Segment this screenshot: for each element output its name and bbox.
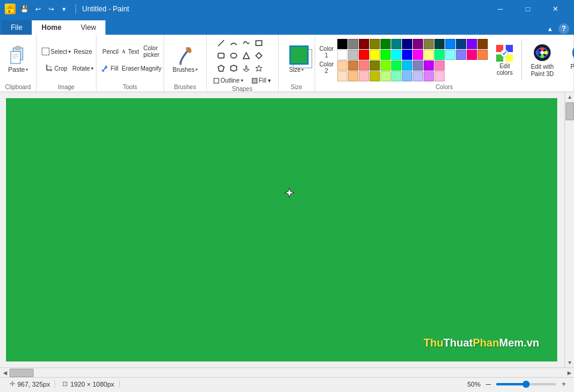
edit-paint3d-button[interactable]: Edit with Paint 3D	[524, 39, 560, 80]
shape-star[interactable]	[253, 62, 265, 74]
redo-quick-btn[interactable]: ↪	[46, 4, 56, 14]
tab-view[interactable]: View	[71, 20, 106, 35]
canvas-wrapper[interactable]: ThuThuatPhanMem.vn	[0, 92, 564, 367]
scroll-left-button[interactable]: ◀	[0, 368, 10, 378]
scroll-down-button[interactable]: ▼	[565, 358, 574, 367]
swatch-lightcyan[interactable]	[445, 50, 455, 60]
paste-button[interactable]: Paste ▾	[4, 44, 32, 75]
maximize-button[interactable]: □	[514, 0, 542, 18]
swatch-red[interactable]	[359, 50, 369, 60]
minimize-button[interactable]: ─	[487, 0, 514, 18]
swatch-lightblue[interactable]	[402, 71, 412, 81]
magnify-button[interactable]: Magnify	[141, 60, 160, 76]
scroll-thumb-h[interactable]	[10, 369, 34, 377]
fill-dropdown-button[interactable]: Fill ▾	[249, 77, 274, 84]
brushes-button[interactable]: Brushes ▾	[168, 45, 203, 75]
select-button[interactable]: Select ▾	[41, 44, 72, 59]
scroll-up-button[interactable]: ▲	[565, 92, 574, 102]
swatch-teal[interactable]	[391, 39, 401, 49]
crop-button[interactable]: Crop	[41, 60, 72, 76]
swatch-cream[interactable]	[337, 71, 348, 81]
swatch-darkyellow2[interactable]	[370, 71, 380, 81]
swatch-gray[interactable]	[348, 39, 358, 49]
swatch-cyan[interactable]	[391, 50, 401, 60]
swatch-aquamarine[interactable]	[391, 71, 401, 81]
swatch-mint[interactable]	[391, 60, 401, 71]
rotate-button[interactable]: Rotate ▾	[73, 60, 92, 76]
swatch-plum[interactable]	[424, 71, 434, 81]
swatch-magenta[interactable]	[413, 50, 423, 60]
color1-swatch[interactable]	[289, 45, 309, 65]
swatch-purple[interactable]	[413, 39, 423, 49]
swatch-darkgreen[interactable]	[380, 39, 391, 49]
swatch-goldenrod[interactable]	[348, 71, 358, 81]
shape-rect2[interactable]	[215, 50, 227, 62]
swatch-tan[interactable]	[348, 60, 358, 71]
undo-quick-btn[interactable]: ↩	[32, 4, 43, 14]
color-picker-button[interactable]: Color picker	[141, 44, 160, 59]
swatch-lavender[interactable]	[413, 71, 423, 81]
swatch-cornflower[interactable]	[402, 60, 412, 71]
customize-quick-btn[interactable]: ▾	[59, 4, 70, 14]
swatch-navy[interactable]	[402, 39, 412, 49]
outline-button[interactable]: Outline ▾	[211, 77, 246, 84]
swatch-periwinkle[interactable]	[456, 50, 466, 60]
swatch-brown[interactable]	[478, 39, 488, 49]
swatch-yellow[interactable]	[370, 50, 380, 60]
shape-curvedline[interactable]	[228, 37, 240, 49]
zoom-slider[interactable]	[496, 383, 556, 385]
shape-diagonal[interactable]	[215, 37, 227, 49]
swatch-lightlime[interactable]	[380, 71, 391, 81]
shape-freeform[interactable]	[240, 37, 252, 49]
shape-pentagon[interactable]	[215, 62, 227, 74]
pencil-button[interactable]: Pencil	[100, 44, 119, 59]
swatch-peach[interactable]	[337, 60, 348, 71]
resize-button[interactable]: Resize	[73, 44, 92, 59]
save-quick-btn[interactable]: 💾	[19, 4, 30, 14]
swatch-springgreen[interactable]	[434, 50, 445, 60]
shape-diamond[interactable]	[253, 50, 265, 62]
swatch-salmon[interactable]	[359, 60, 369, 71]
scroll-thumb-v[interactable]	[566, 102, 574, 120]
swatch-skyblue[interactable]	[445, 39, 455, 49]
zoom-in-button[interactable]: +	[558, 379, 569, 390]
product-alert-button[interactable]: i Product alert	[563, 39, 574, 80]
swatch-orchid[interactable]	[424, 60, 434, 71]
swatch-lightyellow[interactable]	[424, 50, 434, 60]
swatch-darkolive[interactable]	[370, 60, 380, 71]
fill-button[interactable]: Fill	[100, 60, 119, 76]
swatch-hotpink[interactable]	[467, 50, 477, 60]
shape-hex[interactable]	[228, 62, 240, 74]
swatch-white[interactable]	[337, 50, 348, 60]
swatch-slate[interactable]	[413, 60, 423, 71]
shape-triangle[interactable]	[240, 50, 252, 62]
swatch-blue[interactable]	[402, 50, 412, 60]
scroll-track-v[interactable]	[565, 102, 574, 358]
help-button[interactable]: ?	[558, 23, 569, 34]
zoom-slider-thumb[interactable]	[522, 381, 530, 388]
close-button[interactable]: ✕	[542, 0, 569, 18]
swatch-orange[interactable]	[478, 50, 488, 60]
swatch-olive[interactable]	[370, 39, 380, 49]
swatch-darkred[interactable]	[359, 39, 369, 49]
swatch-lime[interactable]	[380, 50, 391, 60]
eraser-button[interactable]: Eraser	[120, 60, 140, 76]
shape-ellipse[interactable]	[228, 50, 240, 62]
edit-colors-button[interactable]: Edit colors	[490, 41, 519, 78]
canvas[interactable]: ThuThuatPhanMem.vn	[6, 98, 557, 361]
shape-rect[interactable]	[253, 37, 265, 49]
ribbon-collapse-btn[interactable]: ▴	[544, 23, 556, 35]
text-button[interactable]: A Text	[120, 44, 140, 59]
swatch-limegreen[interactable]	[380, 60, 391, 71]
swatch-darkyellow[interactable]	[424, 39, 434, 49]
tab-file[interactable]: File	[1, 20, 32, 35]
swatch-silver[interactable]	[348, 50, 358, 60]
scroll-right-button[interactable]: ▶	[564, 368, 574, 378]
swatch-lightpink[interactable]	[434, 60, 445, 71]
swatch-violet[interactable]	[467, 39, 477, 49]
swatch-rosybrown[interactable]	[359, 71, 369, 81]
zoom-out-button[interactable]: ─	[483, 379, 494, 390]
swatch-darkteal[interactable]	[434, 39, 445, 49]
shape-arrow[interactable]	[240, 62, 252, 74]
tab-home[interactable]: Home	[32, 20, 71, 35]
